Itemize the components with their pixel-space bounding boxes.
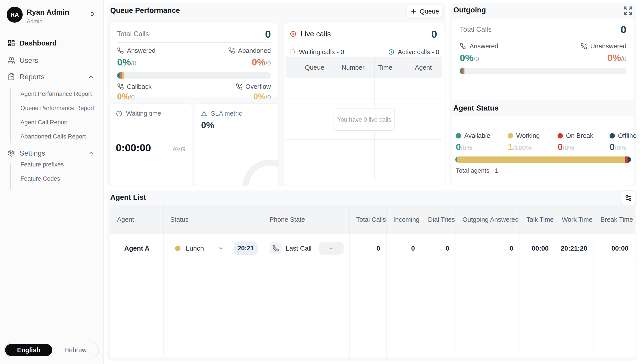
sidebar-item-agent-call-report[interactable]: Agent Call Report	[21, 118, 68, 126]
total-agents-label: Total agents - 1	[456, 167, 498, 174]
sidebar-item-feature-codes[interactable]: Feature Codes	[21, 175, 60, 182]
sla-metric-card: SLA metric 0%	[195, 104, 279, 186]
answered-value: 0%/0	[117, 57, 136, 68]
agent-table-empty-row	[110, 294, 635, 324]
outgoing-unanswered-label: Unanswered	[580, 42, 626, 50]
avatar[interactable]: RA	[7, 7, 23, 23]
sidebar-item-label: Settings	[20, 149, 45, 157]
table-settings-button[interactable]	[621, 190, 636, 206]
callback-value: 0%/0	[117, 92, 135, 102]
live-calls-icon	[290, 30, 297, 38]
language-english-button[interactable]: English	[5, 344, 52, 356]
agent-status-bar	[455, 156, 631, 163]
sidebar-item-dashboard[interactable]: Dashboard	[0, 37, 103, 49]
chevron-up-icon	[88, 150, 94, 156]
live-calls-col-number: Number	[338, 56, 374, 78]
phone-icon	[460, 43, 467, 50]
sidebar-divider	[4, 28, 99, 28]
phone-x-icon	[228, 47, 235, 54]
agent-name-cell: Agent A	[110, 234, 163, 263]
queue-calls-progress-bar	[117, 72, 271, 78]
users-icon	[8, 56, 15, 64]
dial-tries-cell: 0	[421, 234, 456, 263]
divider	[289, 44, 439, 44]
live-calls-table-header: Queue Number Time Agent	[286, 56, 442, 78]
agent-col-status: Status	[163, 205, 263, 234]
queue-total-calls-card: Total Calls 0 Answered Abandoned 0%/0 0%…	[109, 23, 279, 97]
phone-incoming-icon	[117, 83, 124, 90]
agent-col-work-time: Work Time	[555, 205, 593, 234]
available-dot	[456, 133, 461, 138]
sidebar-item-agent-performance-report[interactable]: Agent Performance Report	[21, 90, 92, 98]
sla-metric-label: SLA metric	[195, 104, 278, 117]
waiting-time-avg-label: AVG	[172, 146, 185, 153]
user-switcher-icon[interactable]	[88, 10, 96, 18]
agent-col-phone-state: Phone State	[263, 205, 349, 234]
outgoing-answered-label: Answered	[460, 42, 498, 50]
agent-status-card: Available Working On Break Offline 0/0% …	[452, 116, 634, 186]
status-available-value: 0/0%	[456, 142, 473, 152]
user-role: Admin	[27, 18, 43, 25]
dashboard-icon	[8, 39, 15, 47]
outgoing-title: Outgoing	[453, 6, 486, 14]
chevron-up-icon	[88, 74, 94, 80]
live-calls-title: Live calls	[301, 30, 331, 38]
agent-table-row: Agent A Lunch 20:21 Last Call - 0 0 0 0 …	[110, 234, 635, 263]
status-timer-badge: 20:21	[234, 242, 258, 255]
phone-off-icon	[270, 242, 282, 254]
agent-col-dial-tries: Dial Tries	[421, 205, 456, 234]
chevron-down-icon[interactable]	[218, 246, 224, 251]
sla-metric-value: 0%	[201, 120, 214, 130]
outgoing-answered-value: 0%/0	[460, 52, 479, 63]
sidebar-item-label: Users	[20, 56, 38, 64]
talk-time-cell: 00:00	[520, 234, 555, 263]
agent-col-incoming: Incoming	[386, 205, 421, 234]
live-calls-empty-row	[286, 78, 442, 99]
live-calls-col-time: Time	[374, 56, 411, 78]
gear-icon	[8, 149, 15, 157]
sidebar-item-users[interactable]: Users	[0, 54, 103, 66]
last-call-label: Last Call	[286, 244, 312, 252]
sidebar-item-settings[interactable]: Settings	[0, 148, 103, 159]
agent-col-agent: Agent	[110, 205, 163, 234]
reports-icon	[8, 73, 15, 80]
triangle-icon	[201, 110, 207, 117]
waiting-calls-label: Waiting calls - 0	[289, 48, 344, 56]
outgoing-answered-cell: 0	[456, 234, 520, 263]
live-calls-empty-row	[286, 140, 442, 160]
plus-icon	[410, 8, 417, 15]
add-queue-button[interactable]: Queue	[407, 5, 443, 18]
outgoing-total-calls-label: Total Calls	[460, 26, 492, 34]
total-calls-label: Total Calls	[117, 30, 149, 38]
agent-table-empty-row	[110, 263, 635, 294]
live-calls-empty-message: You have 0 live calls	[334, 108, 395, 131]
settings-subtree-line	[10, 163, 11, 190]
live-calls-col-spacer	[286, 56, 301, 78]
agent-table-empty-row	[110, 324, 635, 357]
status-working-label: Working	[508, 132, 540, 140]
sidebar-item-feature-prefixes[interactable]: Feature prefixes	[21, 161, 64, 168]
status-on-break-label: On Break	[558, 132, 593, 140]
overflow-value: 0%/0	[253, 92, 271, 102]
agent-status-title: Agent Status	[453, 104, 499, 112]
lunch-status-dot	[175, 246, 180, 251]
language-hebrew-button[interactable]: Hebrew	[52, 346, 99, 354]
waiting-time-card: Waiting time 0:00:00 AVG	[109, 104, 192, 186]
expand-icon[interactable]	[622, 5, 634, 16]
dashboard-app: RA Ryan Admin Admin Dashboard Users Repo…	[0, 0, 640, 364]
last-call-value-badge: -	[319, 242, 344, 254]
sidebar-item-reports[interactable]: Reports	[0, 71, 103, 82]
phone-outgoing-icon	[236, 83, 243, 90]
agent-table-header: Agent Status Phone State Total Calls Inc…	[110, 205, 635, 234]
sla-gauge-ring	[243, 160, 279, 186]
live-calls-col-queue: Queue	[301, 56, 338, 78]
sidebar-item-abandoned-calls-report[interactable]: Abandoned Calls Report	[21, 133, 86, 140]
incoming-cell: 0	[386, 234, 421, 263]
waiting-time-value: 0:00:00	[116, 142, 151, 154]
abandoned-metric-label: Abandoned	[228, 47, 271, 54]
phone-x-icon	[580, 43, 587, 50]
active-calls-label: Active calls - 0	[388, 48, 439, 56]
sidebar-item-queue-performance-report[interactable]: Queue Performance Report	[21, 104, 94, 112]
status-available-label: Available	[456, 132, 490, 140]
status-dropdown[interactable]: Lunch	[186, 244, 204, 252]
